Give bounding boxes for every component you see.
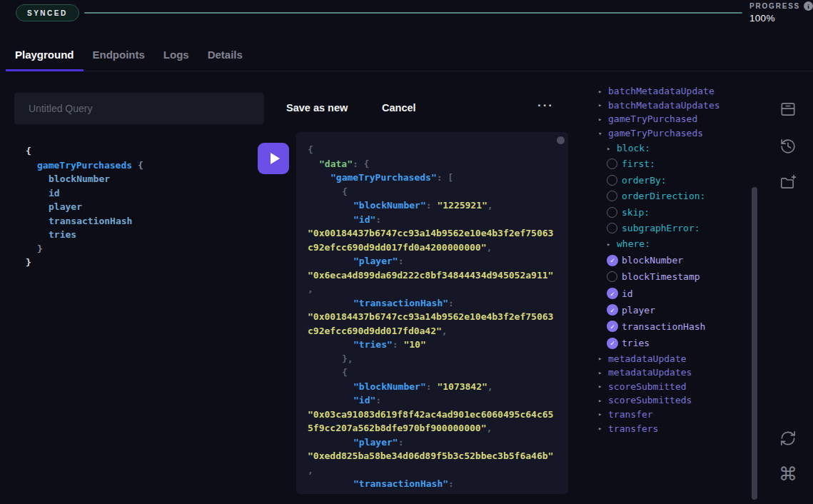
checkbox-unchecked-icon[interactable] xyxy=(607,223,617,233)
tab-endpoints[interactable]: Endpoints xyxy=(84,44,154,71)
explorer-item-label: transfer xyxy=(608,409,653,420)
explorer-item-block[interactable]: ▸block: xyxy=(607,140,749,156)
save-as-new-button[interactable]: Save as new xyxy=(286,102,348,114)
run-query-button[interactable] xyxy=(258,143,289,174)
explorer-item-blockNumber[interactable]: ✓blockNumber xyxy=(607,252,749,268)
explorer-item-label: blockNumber xyxy=(622,255,683,266)
checkbox-unchecked-icon[interactable] xyxy=(607,158,617,169)
checkbox-unchecked-icon[interactable] xyxy=(607,271,617,282)
info-icon[interactable]: i xyxy=(804,1,813,11)
explorer-item-label: skip: xyxy=(622,207,650,218)
checkbox-checked-icon[interactable]: ✓ xyxy=(607,255,618,266)
caret-right-icon[interactable]: ▸ xyxy=(598,397,608,404)
checkbox-unchecked-icon[interactable] xyxy=(607,191,617,201)
explorer-item-transactionHash[interactable]: ✓transactionHash xyxy=(607,318,749,335)
caret-down-icon[interactable]: ▾ xyxy=(598,130,608,137)
code-line: { xyxy=(26,144,240,158)
explorer-item-player[interactable]: ✓player xyxy=(607,302,749,318)
code-line: { xyxy=(308,143,557,157)
more-options-button[interactable]: ··· xyxy=(537,99,554,113)
checkbox-unchecked-icon[interactable] xyxy=(607,207,617,218)
code-line: , xyxy=(308,463,557,478)
explorer-item-label: transactionHash xyxy=(622,321,705,332)
caret-right-icon[interactable]: ▸ xyxy=(598,88,608,95)
code-line: gameTryPurchaseds { xyxy=(26,158,240,173)
explorer-item-scoreSubmitteds[interactable]: ▸scoreSubmitteds xyxy=(598,393,749,408)
explorer-item-metadataUpdate[interactable]: ▸metadataUpdate xyxy=(598,351,749,366)
explorer-item-label: blockTimestamp xyxy=(622,271,700,282)
command-shortcuts-icon[interactable]: ⌘ xyxy=(778,464,798,484)
code-line: { xyxy=(308,366,557,380)
caret-right-icon[interactable]: ▸ xyxy=(598,101,608,109)
explorer-item-gameTryPurchaseds[interactable]: ▾gameTryPurchaseds xyxy=(598,126,749,141)
code-line: { xyxy=(308,185,557,199)
explorer-item-orderDirection[interactable]: orderDirection: xyxy=(607,188,749,204)
tab-playground[interactable]: Playground xyxy=(6,44,84,71)
caret-right-icon[interactable]: ▸ xyxy=(607,241,617,248)
caret-right-icon[interactable]: ▸ xyxy=(598,410,608,418)
code-line: "tries": "10" xyxy=(308,338,557,352)
caret-right-icon[interactable]: ▸ xyxy=(607,145,617,152)
code-line: "gameTryPurchaseds": [ xyxy=(308,171,557,185)
code-line: blockNumber xyxy=(26,172,240,186)
explorer-item-transfer[interactable]: ▸transfer xyxy=(598,408,749,422)
explorer-item-scoreSubmitted[interactable]: ▸scoreSubmitted xyxy=(598,379,749,393)
code-line: "blockNumber": "1073842", xyxy=(308,380,557,394)
history-icon[interactable] xyxy=(778,136,798,156)
refresh-icon[interactable] xyxy=(778,428,798,448)
code-line: tries xyxy=(26,228,240,242)
saved-queries-icon[interactable] xyxy=(778,99,798,119)
progress-label: PROGRESS xyxy=(749,2,800,10)
query-name-input[interactable] xyxy=(14,93,264,124)
checkbox-checked-icon[interactable]: ✓ xyxy=(607,321,618,332)
explorer-item-metadataUpdates[interactable]: ▸metadataUpdates xyxy=(598,366,749,380)
progress-block: PROGRESS i 100% xyxy=(749,1,813,24)
explorer-item-batchMetadataUpdate[interactable]: ▸batchMetadataUpdate xyxy=(598,84,749,99)
code-line: player xyxy=(26,200,240,214)
explorer-item-transfers[interactable]: ▸transfers xyxy=(598,421,749,435)
checkbox-checked-icon[interactable]: ✓ xyxy=(607,288,618,299)
progress-value: 100% xyxy=(749,13,813,24)
caret-right-icon[interactable]: ▸ xyxy=(598,369,608,376)
code-line: "0x00184437b6747cc93a14b9562e10e4b3f2ef7… xyxy=(308,226,557,241)
explorer-item-first[interactable]: first: xyxy=(607,156,749,172)
explorer-item-label: scoreSubmitteds xyxy=(608,395,692,405)
explorer-scrollbar-thumb[interactable] xyxy=(752,187,757,500)
tab-logs[interactable]: Logs xyxy=(154,44,198,71)
result-scrollbar-thumb[interactable] xyxy=(557,136,565,144)
checkbox-unchecked-icon[interactable] xyxy=(607,175,617,186)
explorer-item-orderBy[interactable]: orderBy: xyxy=(607,172,749,188)
checkbox-checked-icon[interactable]: ✓ xyxy=(607,338,618,349)
explorer-item-gameTryPurchased[interactable]: ▸gameTryPurchased xyxy=(598,112,749,126)
code-line: "id": xyxy=(308,393,557,408)
explorer-item-label: where: xyxy=(617,238,650,249)
caret-right-icon[interactable]: ▸ xyxy=(598,425,608,432)
explorer-item-blockTimestamp[interactable]: blockTimestamp xyxy=(607,268,749,285)
code-line: "transactionHash": xyxy=(308,477,557,491)
code-line: "0x00184437b6747cc93a14b9562e10e4b3f2ef7… xyxy=(308,310,557,324)
cancel-button[interactable]: Cancel xyxy=(382,102,416,114)
code-line: } xyxy=(26,242,240,256)
caret-right-icon[interactable]: ▸ xyxy=(598,383,608,390)
explorer-item-batchMetadataUpdates[interactable]: ▸batchMetadataUpdates xyxy=(598,99,749,113)
explorer-item-skip[interactable]: skip: xyxy=(607,204,749,220)
explorer-item-label: metadataUpdates xyxy=(608,367,692,378)
code-line: } xyxy=(26,256,240,270)
caret-right-icon[interactable]: ▸ xyxy=(598,355,608,362)
tab-details[interactable]: Details xyxy=(198,44,252,71)
checkbox-checked-icon[interactable]: ✓ xyxy=(607,304,618,316)
explorer-item-id[interactable]: ✓id xyxy=(607,285,749,301)
explorer-item-label: orderDirection: xyxy=(622,191,705,201)
explorer-item-tries[interactable]: ✓tries xyxy=(607,335,749,351)
code-line: , xyxy=(308,282,557,296)
explorer-item-where[interactable]: ▸where: xyxy=(607,236,749,252)
explorer-item-subgraphError[interactable]: subgraphError: xyxy=(607,220,749,236)
schema-explorer: ▸batchMetadataUpdate▸batchMetadataUpdate… xyxy=(598,84,749,435)
code-line: "blockNumber": "1225921", xyxy=(308,198,557,213)
explorer-item-label: batchMetadataUpdate xyxy=(608,86,714,96)
result-panel: {"data": {"gameTryPurchaseds": [{"blockN… xyxy=(296,132,568,494)
new-collection-icon[interactable] xyxy=(778,173,798,193)
caret-right-icon[interactable]: ▸ xyxy=(598,116,608,123)
sync-status-badge: SYNCED xyxy=(16,4,79,21)
query-editor[interactable]: {gameTryPurchaseds {blockNumberidplayert… xyxy=(26,144,240,270)
